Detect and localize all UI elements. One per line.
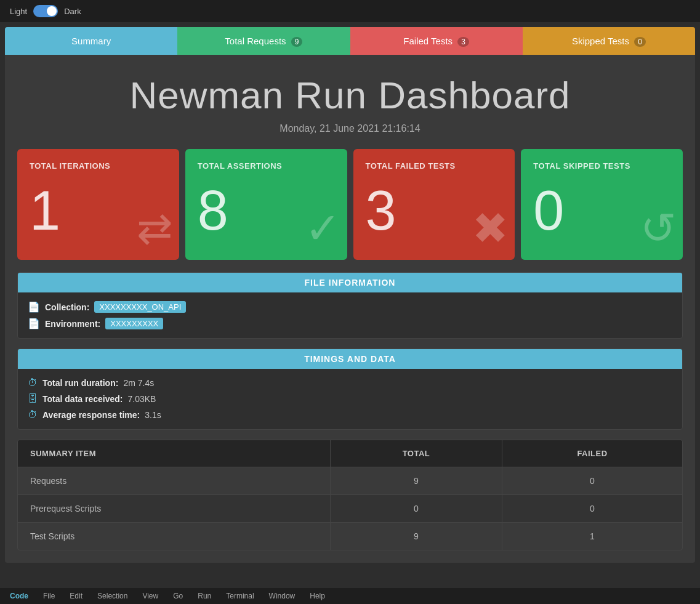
duration-row: ⏱ Total run duration: 2m 7.4s [28,377,672,389]
tab-skipped[interactable]: Skipped Tests 0 [523,27,695,55]
table-row: Prerequest Scripts 0 0 [18,495,682,523]
tab-failed[interactable]: Failed Tests 3 [350,27,523,55]
col-item: SUMMARY ITEM [18,440,330,467]
timings-section: TIMINGS AND DATA ⏱ Total run duration: 2… [17,348,683,430]
tab-skipped-label: Skipped Tests [572,36,629,46]
statusbar-window[interactable]: Window [267,590,298,602]
col-failed: FAILED [502,440,683,467]
row-item: Test Scripts [18,523,330,550]
stat-card-iterations: TOTAL ITERATIONS 1 ⇄ [17,149,179,260]
statusbar-go[interactable]: Go [171,590,185,602]
timings-body: ⏱ Total run duration: 2m 7.4s 🗄 Total da… [18,369,682,429]
statusbar-selection[interactable]: Selection [95,590,130,602]
stat-failed-label: TOTAL FAILED TESTS [366,161,503,171]
timings-header: TIMINGS AND DATA [18,349,682,369]
data-value: 7.03KB [127,394,156,404]
statusbar-run[interactable]: Run [195,590,214,602]
stats-row: TOTAL ITERATIONS 1 ⇄ TOTAL ASSERTIONS 8 … [5,149,695,272]
duration-label: Total run duration: [42,378,118,388]
table-row: Requests 9 0 [18,467,682,495]
statusbar-file[interactable]: File [41,590,57,602]
row-total: 9 [330,467,502,495]
top-bar: Light Dark [0,0,700,22]
collection-label: Collection: [45,302,89,312]
tab-failed-badge: 3 [457,37,469,47]
collection-row: 📄 Collection: XXXXXXXXX_ON_API [28,301,672,313]
stat-card-skipped: TOTAL SKIPPED TESTS 0 ↺ [521,149,683,260]
environment-row: 📄 Environment: XXXXXXXXX [28,318,672,329]
table-row: Test Scripts 9 1 [18,523,682,550]
tab-requests[interactable]: Total Requests 9 [177,27,350,55]
tab-summary-label: Summary [71,36,111,46]
row-total: 9 [330,523,502,550]
collection-icon: 📄 [28,301,40,313]
stat-iterations-label: TOTAL ITERATIONS [30,161,167,171]
avg-row: ⏱ Average response time: 3.1s [28,409,672,421]
row-total: 0 [330,495,502,523]
status-bar-items: Code File Edit Selection View Go Run Ter… [7,590,328,602]
tab-summary[interactable]: Summary [5,27,177,55]
duration-value: 2m 7.4s [123,378,154,388]
database-icon: 🗄 [28,393,38,405]
tab-failed-label: Failed Tests [403,36,453,46]
data-label: Total data received: [42,394,123,404]
file-info-header: FILE INFORMATION [18,273,682,292]
file-info-section: FILE INFORMATION 📄 Collection: XXXXXXXXX… [17,272,683,339]
stat-assertions-label: TOTAL ASSERTIONS [198,161,335,171]
dark-label: Dark [64,7,81,16]
row-item: Requests [18,467,330,495]
tab-requests-label: Total Requests [225,36,286,46]
file-info-body: 📄 Collection: XXXXXXXXX_ON_API 📄 Environ… [18,292,682,338]
row-failed: 1 [502,523,683,550]
avg-value: 3.1s [145,410,161,420]
theme-toggle[interactable] [33,5,58,17]
clock-icon: ⏱ [28,377,38,389]
summary-table-section: SUMMARY ITEM TOTAL FAILED Requests 9 0 P… [17,440,683,550]
row-item: Prerequest Scripts [18,495,330,523]
row-failed: 0 [502,467,683,495]
stat-card-failed: TOTAL FAILED TESTS 3 ✖ [353,149,515,260]
statusbar-code[interactable]: Code [7,590,31,602]
light-label: Light [10,7,27,16]
environment-icon: 📄 [28,318,40,329]
collection-value: XXXXXXXXX_ON_API [94,301,186,313]
statusbar-help[interactable]: Help [307,590,328,602]
summary-table: SUMMARY ITEM TOTAL FAILED Requests 9 0 P… [18,440,682,550]
skipped-icon: ↺ [640,203,677,254]
tabs-bar: Summary Total Requests 9 Failed Tests 3 … [5,27,695,55]
environment-value: XXXXXXXXX [105,318,163,329]
environment-label: Environment: [45,319,100,329]
data-row: 🗄 Total data received: 7.03KB [28,393,672,405]
stat-card-assertions: TOTAL ASSERTIONS 8 ✓ [185,149,347,260]
statusbar-terminal[interactable]: Terminal [223,590,256,602]
stat-skipped-label: TOTAL SKIPPED TESTS [533,161,670,171]
tab-skipped-badge: 0 [634,37,646,47]
row-failed: 0 [502,495,683,523]
avg-label: Average response time: [42,410,140,420]
dashboard-title: Newman Run Dashboard [5,55,695,123]
status-bar: Code File Edit Selection View Go Run Ter… [0,588,700,604]
main-container: Summary Total Requests 9 Failed Tests 3 … [5,27,695,563]
table-header-row: SUMMARY ITEM TOTAL FAILED [18,440,682,467]
statusbar-edit[interactable]: Edit [67,590,85,602]
failed-icon: ✖ [472,203,509,254]
col-total: TOTAL [330,440,502,467]
iterations-icon: ⇄ [137,203,173,254]
assertions-icon: ✓ [305,203,341,254]
dashboard-date: Monday, 21 June 2021 21:16:14 [5,123,695,134]
statusbar-view[interactable]: View [140,590,161,602]
tab-requests-badge: 9 [291,37,303,47]
stopwatch-icon: ⏱ [28,409,38,421]
